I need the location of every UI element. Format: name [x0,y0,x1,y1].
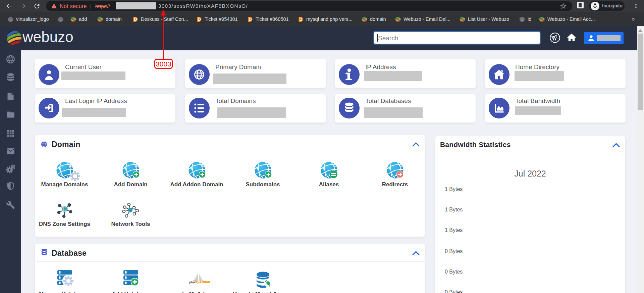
svg-text:php: php [189,281,195,284]
svg-text:MyAdmin: MyAdmin [194,280,210,284]
